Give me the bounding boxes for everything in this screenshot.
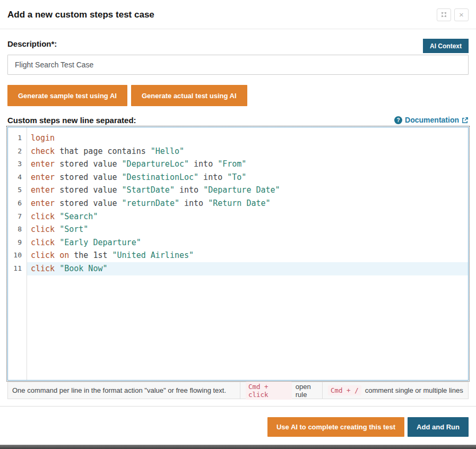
code-line[interactable]: click on the 1st "United Airlines" [27, 249, 468, 262]
editor-hint: One command per line in the format actio… [8, 382, 240, 399]
code-line[interactable]: enter stored value "DestinationLoc" into… [27, 171, 468, 184]
line-number: 2 [8, 145, 27, 158]
code-line[interactable]: click "Search" [27, 210, 468, 223]
code-line[interactable]: login [27, 132, 468, 145]
add-test-case-modal: Add a new custom steps test case × [0, 0, 476, 449]
window-controls: × [437, 8, 469, 21]
editor-gutter: 1234567891011 [8, 127, 27, 380]
maximize-button[interactable] [437, 8, 451, 21]
shortcut-desc-comment: comment single or multiple lines [365, 386, 463, 394]
modal-header: Add a new custom steps test case × [0, 0, 476, 29]
generate-sample-test-button[interactable]: Generate sample test using AI [7, 85, 127, 106]
line-number: 4 [8, 171, 27, 184]
line-number: 11 [8, 262, 27, 275]
shortcut-comment: Cmd + / comment single or multiple lines [323, 382, 468, 399]
line-number: 9 [8, 236, 27, 249]
external-link-icon [462, 117, 469, 124]
use-ai-complete-button[interactable]: Use AI to complete creating this test [267, 417, 404, 437]
shortcut-keys-comment: Cmd + / [328, 385, 361, 395]
code-line[interactable]: enter stored value "StartDate" into "Dep… [27, 184, 468, 197]
line-number: 5 [8, 184, 27, 197]
shortcut-open-rule: Cmd + click open rule [240, 382, 323, 399]
code-line[interactable]: enter stored value "returnDate" into "Re… [27, 197, 468, 210]
line-number: 8 [8, 223, 27, 236]
modal-body: Description*: AI Context Generate sample… [0, 29, 476, 399]
close-icon: × [459, 11, 464, 19]
documentation-link-label: Documentation [405, 116, 459, 124]
line-number: 3 [8, 158, 27, 171]
close-button[interactable]: × [454, 8, 469, 21]
editor-footer-bar: One command per line in the format actio… [7, 382, 469, 399]
line-number: 1 [8, 132, 27, 145]
code-line[interactable]: enter stored value "DepartureLoc" into "… [27, 158, 468, 171]
code-line[interactable]: click "Sort" [27, 223, 468, 236]
add-and-run-button[interactable]: Add and Run [408, 417, 469, 437]
modal-footer: Use AI to complete creating this test Ad… [0, 407, 476, 437]
description-label: Description*: [7, 39, 57, 48]
line-number: 10 [8, 249, 27, 262]
code-line[interactable]: check that page contains "Hello" [27, 145, 468, 158]
ai-context-button[interactable]: AI Context [423, 39, 469, 53]
page-bottom-strip [0, 445, 476, 449]
generate-actual-test-button[interactable]: Generate actual test using AI [131, 85, 247, 106]
code-lines[interactable]: logincheck that page contains "Hello"ent… [27, 127, 468, 380]
help-circle-icon[interactable]: ? [394, 116, 402, 124]
description-input[interactable] [7, 55, 469, 75]
shortcut-keys-open-rule: Cmd + click [246, 382, 292, 400]
custom-steps-label: Custom steps new line separated: [7, 115, 136, 125]
code-line[interactable]: click "Book Now" [27, 262, 468, 275]
maximize-icon [440, 11, 447, 18]
custom-steps-editor[interactable]: 1234567891011 logincheck that page conta… [7, 127, 469, 381]
modal-title: Add a new custom steps test case [7, 10, 154, 20]
documentation-link[interactable]: ? Documentation [394, 116, 469, 124]
line-number: 7 [8, 210, 27, 223]
line-number: 6 [8, 197, 27, 210]
code-line[interactable]: click "Early Departure" [27, 236, 468, 249]
shortcut-desc-open-rule: open rule [296, 383, 322, 399]
